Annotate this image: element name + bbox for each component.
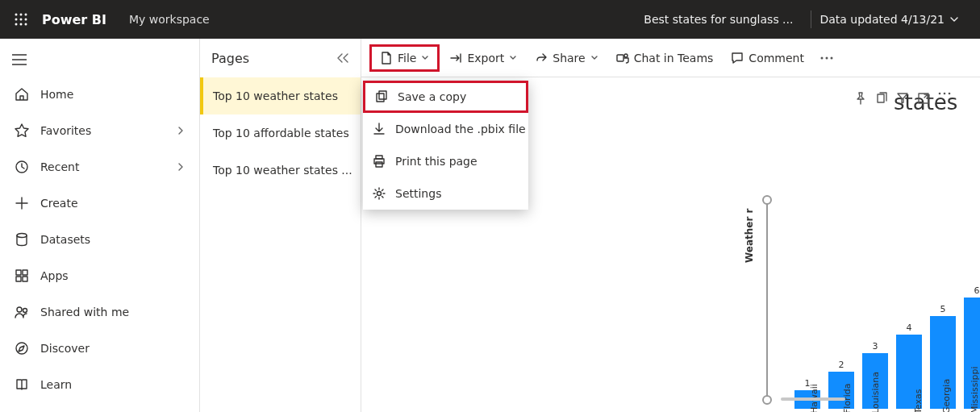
x-tick-label: Georgia — [941, 379, 952, 412]
bar-chart[interactable]: 1Hawaii2Florida3Louisiana4Texas5Georgia6… — [794, 206, 980, 412]
share-button[interactable]: Share — [527, 44, 606, 72]
nav-create[interactable]: Create — [0, 185, 199, 221]
nav-recent[interactable]: Recent — [0, 148, 199, 185]
nav-shared[interactable]: Shared with me — [0, 293, 199, 330]
nav-item-label: Favorites — [40, 124, 165, 137]
nav-datasets[interactable]: Datasets — [0, 221, 199, 257]
svg-rect-17 — [23, 277, 27, 281]
nav-item-label: Shared with me — [40, 306, 199, 318]
horizontal-scrollbar[interactable] — [732, 397, 974, 402]
menu-settings[interactable]: Settings — [363, 177, 528, 210]
y-axis-handle-top[interactable] — [762, 195, 772, 205]
svg-rect-14 — [16, 270, 21, 275]
bar[interactable]: 1Hawaii — [794, 378, 821, 412]
nav-home[interactable]: Home — [0, 76, 199, 112]
report-title[interactable]: Best states for sunglass ... — [644, 13, 793, 26]
more-icon — [820, 56, 833, 60]
book-icon — [15, 377, 29, 392]
svg-rect-16 — [16, 277, 21, 281]
copy-icon[interactable] — [875, 92, 888, 105]
database-icon — [15, 232, 29, 247]
chevron-down-icon — [421, 54, 429, 62]
svg-point-36 — [949, 93, 951, 95]
bar[interactable]: 2Florida — [828, 360, 855, 412]
nav-discover[interactable]: Discover — [0, 330, 199, 366]
nav-item-label: Apps — [40, 269, 199, 282]
comment-label: Comment — [749, 52, 804, 65]
svg-point-3 — [15, 19, 18, 21]
download-icon — [373, 123, 386, 135]
brand-label[interactable]: Power BI — [42, 12, 106, 27]
page-item-label: Top 10 weather states — [213, 89, 338, 102]
pin-icon[interactable] — [854, 92, 867, 105]
page-item-label: Top 10 weather states ... — [213, 164, 352, 177]
report-toolbar: File Export Share Chat in Teams Comment — [361, 39, 980, 77]
file-icon — [380, 52, 393, 65]
svg-point-13 — [17, 233, 27, 237]
menu-download[interactable]: Download the .pbix file — [363, 113, 528, 145]
chevron-right-icon — [177, 127, 185, 135]
divider — [811, 10, 811, 28]
svg-point-7 — [20, 23, 23, 26]
menu-label: Print this page — [395, 155, 477, 168]
nav-apps[interactable]: Apps — [0, 257, 199, 293]
menu-label: Settings — [395, 187, 441, 200]
svg-point-18 — [17, 307, 22, 312]
svg-point-19 — [23, 308, 27, 312]
svg-point-6 — [15, 23, 18, 26]
print-icon — [373, 155, 386, 168]
bar[interactable]: 6Mississippi — [963, 285, 980, 412]
nav-item-label: Discover — [40, 342, 199, 355]
star-icon — [15, 123, 29, 138]
pages-collapse-button[interactable] — [336, 52, 349, 64]
more-icon[interactable] — [938, 92, 951, 105]
data-updated-button[interactable]: Data updated 4/13/21 — [819, 13, 975, 26]
clock-icon — [15, 160, 29, 174]
toolbar-more-button[interactable] — [814, 44, 840, 72]
left-nav: Home Favorites Recent Create Datasets A — [0, 39, 200, 412]
svg-rect-32 — [878, 94, 884, 102]
bar-value-label: 6 — [974, 285, 980, 296]
svg-rect-21 — [617, 55, 623, 61]
page-item[interactable]: Top 10 affordable states — [200, 114, 361, 152]
chevron-right-icon — [177, 163, 185, 171]
chevron-down-icon — [949, 15, 959, 24]
svg-point-8 — [25, 23, 27, 26]
comment-icon — [731, 52, 744, 65]
bar-value-label: 2 — [839, 360, 844, 370]
file-button[interactable]: File — [369, 44, 440, 72]
home-icon — [15, 87, 29, 102]
svg-rect-27 — [379, 91, 386, 99]
svg-point-23 — [820, 56, 823, 59]
page-item-label: Top 10 affordable states — [213, 127, 349, 139]
menu-save-copy[interactable]: Save a copy — [363, 81, 528, 113]
svg-point-20 — [16, 343, 27, 354]
nav-collapse-button[interactable] — [0, 44, 39, 76]
data-updated-label: Data updated 4/13/21 — [819, 13, 945, 26]
pages-title: Pages — [211, 51, 336, 66]
focus-icon[interactable] — [917, 92, 930, 105]
nav-item-label: Recent — [40, 160, 165, 173]
svg-point-22 — [624, 54, 628, 57]
svg-point-24 — [825, 56, 828, 59]
teams-icon — [616, 52, 629, 65]
svg-rect-15 — [23, 270, 27, 275]
menu-print[interactable]: Print this page — [363, 145, 528, 177]
compass-icon — [15, 341, 29, 356]
export-button[interactable]: Export — [441, 44, 525, 72]
app-launcher-icon[interactable] — [5, 3, 37, 35]
filter-icon[interactable] — [896, 92, 909, 105]
workspace-label[interactable]: My workspace — [129, 13, 210, 26]
y-axis-scroll-track[interactable] — [766, 198, 768, 400]
nav-favorites[interactable]: Favorites — [0, 112, 199, 148]
visual-actions — [854, 92, 951, 105]
bar[interactable]: 5Georgia — [929, 304, 957, 412]
svg-rect-30 — [376, 162, 382, 167]
nav-learn[interactable]: Learn — [0, 366, 199, 402]
page-item[interactable]: Top 10 weather states ... — [200, 152, 361, 189]
teams-button[interactable]: Chat in Teams — [608, 44, 722, 72]
svg-point-1 — [20, 14, 23, 16]
svg-point-4 — [20, 19, 23, 21]
comment-button[interactable]: Comment — [723, 44, 812, 72]
page-item[interactable]: Top 10 weather states — [200, 77, 361, 114]
